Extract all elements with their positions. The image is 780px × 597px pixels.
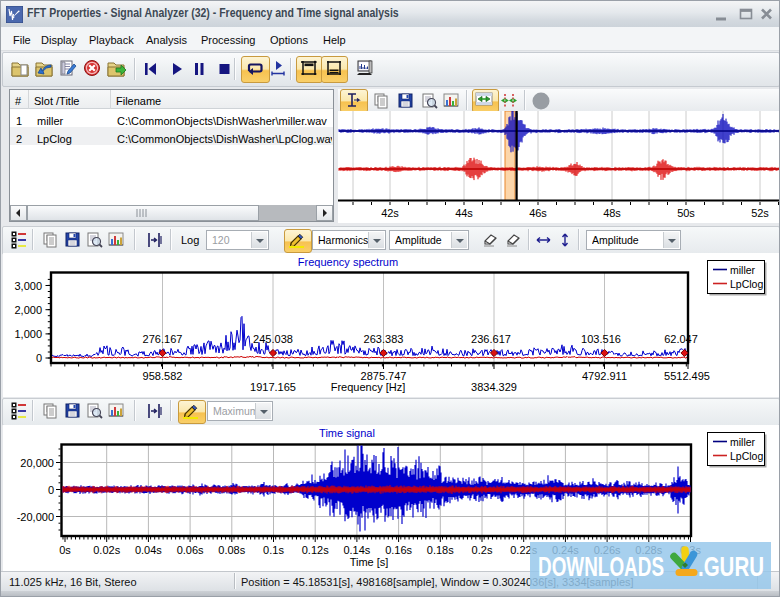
svg-text:3834.329: 3834.329 [471,381,517,393]
svg-text:42s: 42s [381,207,399,219]
svg-text:Time [s]: Time [s] [350,556,389,568]
svg-text:0: 0 [36,352,42,364]
svg-text:1,000: 1,000 [14,328,42,340]
svg-text:2,000: 2,000 [14,304,42,316]
svg-text:0s: 0s [59,544,71,556]
svg-text:50s: 50s [677,207,695,219]
svg-text:LpClog: LpClog [730,450,763,462]
svg-text:Frequency [Hz]: Frequency [Hz] [331,381,406,393]
svg-text:miller: miller [730,264,756,276]
svg-text:20,000: 20,000 [20,457,54,469]
svg-text:Frequency spectrum: Frequency spectrum [298,256,398,268]
svg-text:LpClog: LpClog [730,278,763,290]
svg-text:0: 0 [48,484,54,496]
svg-text:263.383: 263.383 [364,333,404,345]
svg-text:236.617: 236.617 [471,333,511,345]
svg-text:Time signal: Time signal [319,427,375,439]
svg-text:0.1s: 0.1s [263,544,284,556]
svg-text:958.582: 958.582 [143,370,183,382]
svg-text:miller: miller [730,436,756,448]
svg-text:48s: 48s [603,207,621,219]
svg-text:5512.495: 5512.495 [664,370,710,382]
svg-text:0.18s: 0.18s [427,544,454,556]
svg-text:0.02s: 0.02s [93,544,120,556]
svg-text:4792.911: 4792.911 [582,370,627,382]
svg-text:0.16s: 0.16s [385,544,412,556]
svg-text:3,000: 3,000 [14,280,42,292]
svg-text:-20,000: -20,000 [17,511,54,523]
svg-text:276.167: 276.167 [143,333,183,345]
svg-text:.GURU: .GURU [698,551,764,582]
svg-text:0.06s: 0.06s [177,544,204,556]
svg-text:103.516: 103.516 [581,333,621,345]
svg-text:0.12s: 0.12s [302,544,329,556]
svg-text:0.08s: 0.08s [218,544,245,556]
svg-text:DOWNLOADS: DOWNLOADS [538,551,664,582]
svg-text:46s: 46s [529,207,547,219]
svg-text:1917.165: 1917.165 [250,381,296,393]
svg-text:0.04s: 0.04s [135,544,162,556]
svg-text:44s: 44s [455,207,473,219]
svg-text:62.047: 62.047 [664,333,698,345]
svg-text:0.14s: 0.14s [343,544,370,556]
svg-text:245.038: 245.038 [253,333,293,345]
svg-text:52s: 52s [751,207,769,219]
svg-text:0.2s: 0.2s [472,544,493,556]
